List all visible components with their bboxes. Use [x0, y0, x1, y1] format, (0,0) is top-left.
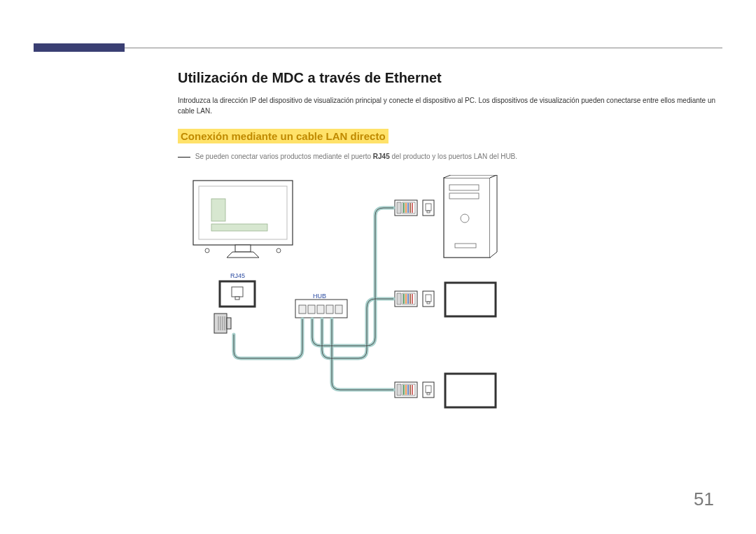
svg-rect-38	[455, 244, 476, 248]
svg-rect-15	[211, 224, 267, 231]
svg-rect-23	[227, 318, 231, 329]
rj45-plug-icon	[214, 314, 231, 333]
diagram-svg	[178, 175, 542, 441]
svg-rect-35	[449, 185, 479, 190]
subsection-heading-text: Conexión mediante un cable LAN directo	[178, 129, 388, 143]
note-part-1: Se pueden conectar varios productos medi…	[193, 153, 373, 160]
svg-rect-21	[235, 297, 239, 300]
rj45-port-icon	[220, 281, 255, 307]
content-area: Utilización de MDC a través de Ethernet …	[178, 70, 724, 441]
note-part-2: del producto y los puertos LAN del HUB.	[390, 153, 517, 160]
intro-paragraph: Introduzca la dirección IP del dispositi…	[178, 96, 724, 116]
display-icon-2	[445, 374, 496, 407]
svg-rect-33	[335, 305, 342, 314]
section-heading: Utilización de MDC a través de Ethernet	[178, 70, 724, 86]
note-text: ― Se pueden conectar varios productos me…	[178, 148, 724, 165]
svg-rect-32	[326, 305, 333, 314]
svg-rect-30	[308, 305, 315, 314]
subsection-heading: Conexión mediante un cable LAN directo	[178, 129, 724, 143]
connector-row-3	[395, 382, 434, 398]
monitor-icon	[193, 181, 293, 258]
svg-rect-36	[449, 193, 479, 199]
connection-diagram: RJ45 HUB	[178, 175, 542, 441]
svg-rect-29	[299, 305, 306, 314]
connector-row-2	[395, 291, 434, 307]
svg-rect-16	[235, 245, 251, 252]
note-dash-icon: ―	[178, 149, 190, 163]
connector-row-1	[395, 200, 434, 216]
svg-point-17	[205, 248, 209, 253]
svg-rect-31	[317, 305, 324, 314]
hub-icon	[295, 300, 347, 318]
display-icon-1	[445, 283, 496, 316]
note-bold: RJ45	[373, 153, 390, 160]
pc-tower-icon	[444, 175, 497, 258]
page-number: 51	[694, 489, 714, 510]
svg-rect-14	[211, 199, 225, 221]
svg-rect-20	[232, 287, 243, 297]
page: Utilización de MDC a través de Ethernet …	[0, 0, 756, 534]
horizontal-rule	[34, 48, 722, 48]
svg-point-18	[276, 248, 281, 253]
accent-bar	[34, 43, 125, 52]
